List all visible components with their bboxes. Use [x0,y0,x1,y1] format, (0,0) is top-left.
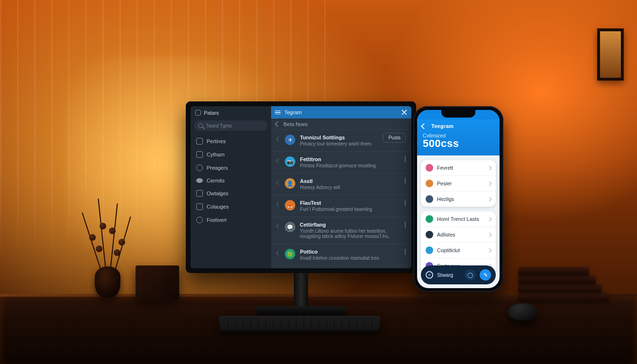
avatar: ✈ [285,135,295,145]
list-label: Homl Trenct Lasts [437,216,484,222]
list-label: Fevrett [437,165,484,171]
phone-list-item[interactable]: Coptitlclut [421,243,496,258]
book-stack [519,268,609,301]
phone-app: Teegram Cxtimized 500css FevrettPeslerHe… [417,110,500,288]
close-icon[interactable] [401,109,408,116]
home-icon [195,110,201,116]
avatar: 📷 [285,156,295,167]
phone-list-1: FevrettPeslerHezligs [421,160,496,207]
list-icon [426,231,433,238]
row-action-button[interactable]: Pusta [383,133,406,143]
checkbox[interactable] [405,178,406,184]
chevron-right-icon [487,165,492,170]
checkbox[interactable] [405,200,406,206]
avatar: 🦊 [285,200,295,210]
sidebar-item-6[interactable]: Fostiverr [191,213,271,227]
monitor: Patars Tword Tgms PertinesCythamPreagers… [186,101,416,273]
row-subtitle: Furl I Puttsimoal gresterd twamlirg. [300,207,373,212]
sidebar-item-label: Preagers [207,165,228,171]
breadcrumb: Beta Noes [271,118,411,130]
row-subtitle: Printos Finstitacol govnuce mostling. [300,163,377,168]
computer-mouse [508,303,537,320]
settings-row-5[interactable]: 🟢PotticoInvatl Intehre coxontion mamulia… [271,244,411,266]
back-icon[interactable] [421,123,427,129]
dot-icon [196,178,203,183]
titlebar: Tegram [271,106,411,118]
app-title: Tegram [284,109,302,115]
checkbox[interactable] [405,156,406,163]
chevron-left-icon [276,159,281,164]
settings-row-0[interactable]: ✈Tunnizul SottlingsPrivacy tour tomester… [271,130,411,152]
phone-header: Teegram Cxtimized 500css [417,119,500,155]
phone-list-item[interactable]: Fevrett [421,160,496,176]
bottom-label: Stwarg [437,272,461,278]
sidebar-top-label: Patars [204,110,219,116]
sidebar-item-label: Cytham [207,152,225,157]
phone-notch [441,110,475,118]
search-placeholder: Tword Tgms [206,123,232,128]
phone-bottom-bar: Stwarg ◯ ✎ [421,265,496,284]
sidebar-item-label: Pertines [207,138,226,144]
chevron-right-icon [487,232,492,237]
sidebar-item-label: Fostiverr [207,217,227,223]
list-label: Hezligs [437,196,484,202]
menu-icon[interactable] [275,110,281,115]
chevron-left-icon [276,137,281,142]
phone-list-item[interactable]: Homl Trenct Lasts [421,211,496,227]
settings-icon[interactable] [426,271,433,279]
checkbox[interactable] [405,248,406,255]
desktop-app: Patars Tword Tgms PertinesCythamPreagers… [191,106,411,268]
settings-row-4[interactable]: 💬CettirflangYronth Liltoxo arume fultion… [271,217,411,244]
wall-picture-frame [597,28,624,81]
sidebar-item-4[interactable]: Owtalges [191,187,271,200]
chevron-left-icon [276,202,281,207]
chevron-left-icon[interactable] [275,121,280,127]
sidebar-item-label: Colauges [207,204,228,209]
row-subtitle: Invatl Intehre coxontion mamuliat tres. [300,255,380,261]
list-icon [426,215,433,223]
desk-box [136,265,179,300]
circle-icon [196,164,203,171]
settings-row-3[interactable]: 🦊FlauTestFurl I Puttsimoal gresterd twam… [271,195,411,217]
list-icon [426,195,433,203]
checkbox[interactable] [405,221,406,228]
sidebar-header: Patars [191,106,271,118]
row-title: Pottico [300,249,380,255]
sidebar: Patars Tword Tgms PertinesCythamPreagers… [191,106,271,268]
chevron-left-icon [276,224,281,229]
phone-list-item[interactable]: Adlistes [421,227,496,243]
row-title: Fettitron [300,156,377,162]
list-icon [426,180,433,187]
bottom-circle-1[interactable]: ◯ [464,269,476,281]
avatar: 👤 [285,178,295,189]
phone-big-value: 500css [423,137,494,150]
settings-row-2[interactable]: 👤AsstlHoresy Adtorcy will [271,173,411,195]
sidebar-item-2[interactable]: Preagers [191,161,271,174]
chevron-left-icon [276,181,281,185]
flower-vase [81,236,133,298]
search-input[interactable]: Tword Tgms [194,120,267,131]
phone-title: Teegram [431,123,494,129]
phone-list-item[interactable]: Hezligs [421,191,496,207]
row-title: FlauTest [300,200,373,206]
avatar: 💬 [285,222,295,232]
sidebar-item-5[interactable]: Colauges [191,200,271,213]
main-panel: Tegram Beta Noes ✈Tunnizul SottlingsPriv… [271,106,411,268]
section-title: Beta Noes [283,121,308,127]
sidebar-item-1[interactable]: Cytham [191,148,271,161]
row-title: Asstl [300,178,340,184]
phone-list-2: Homl Trenct LastsAdlistesCoptitlclutCert… [421,211,496,273]
row-subtitle: Privacy tour tomestery wish/ them. [300,141,373,146]
monitor-stand [294,273,308,310]
settings-row-1[interactable]: 📷FettitronPrintos Finstitacol govnuce mo… [271,152,411,173]
phone-list-item[interactable]: Pesler [421,176,496,191]
avatar: 🟢 [285,249,295,259]
sidebar-item-3[interactable]: Cermits [191,174,271,187]
chevron-right-icon [487,217,492,221]
box-icon [196,203,203,210]
row-title: Cettirflang [300,222,400,228]
search-icon [198,123,203,128]
sidebar-item-0[interactable]: Pertines [191,135,271,148]
bottom-circle-2[interactable]: ✎ [480,269,491,281]
phone: Teegram Cxtimized 500css FevrettPeslerHe… [413,106,503,292]
